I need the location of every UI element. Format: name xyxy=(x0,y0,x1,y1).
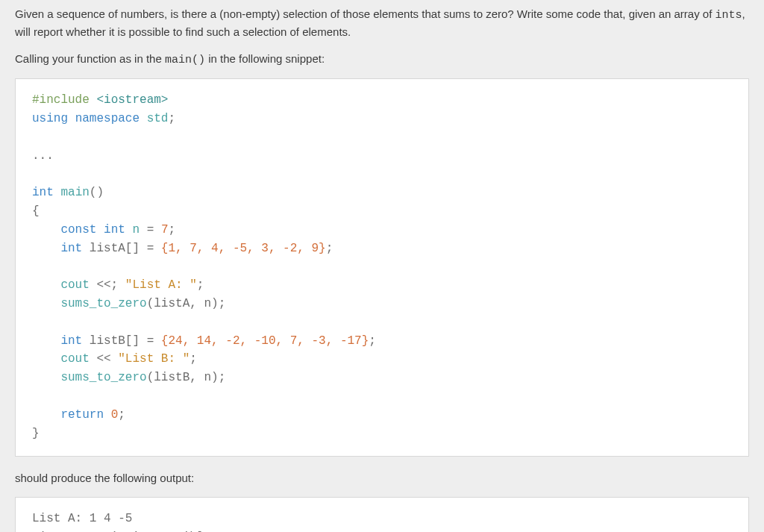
question-body: Given a sequence of numbers, is there a … xyxy=(0,0,764,532)
code-strB: "List B: " xyxy=(118,352,190,366)
code-std: std xyxy=(147,112,169,125)
code-sums-2: sums_to_zero xyxy=(60,371,146,384)
code-listB-name: listB xyxy=(90,334,125,348)
code-listA-vals: {1, 7, 4, -5, 3, -2, 9} xyxy=(161,242,326,255)
code-snippet: #include <iostream> using namespace std;… xyxy=(15,78,749,457)
code-semi-4: ; xyxy=(197,278,204,292)
code-semi-5: ; xyxy=(219,297,226,310)
code-listA-name: listA xyxy=(90,242,125,255)
code-ellipsis: ... xyxy=(32,149,54,163)
code-int-4: int xyxy=(60,334,82,348)
code-callB: (listB, n) xyxy=(147,371,219,384)
code-semi-6: ; xyxy=(369,334,376,348)
code-strA: "List A: " xyxy=(125,278,197,292)
output-block: List A: 1 4 -5 List B: It isn't possible… xyxy=(15,497,749,532)
code-main-parens: () xyxy=(90,186,104,199)
code-return: return xyxy=(60,408,104,422)
code-lshift-1: <<; xyxy=(90,278,125,292)
code-lshift-2: << xyxy=(90,352,118,366)
code-lbrace: { xyxy=(32,204,40,218)
code-eq-3: = xyxy=(140,334,161,348)
intro-text-1: Given a sequence of numbers, is there a … xyxy=(15,7,716,20)
code-int-1: int xyxy=(32,186,54,199)
intro-paragraph: Given a sequence of numbers, is there a … xyxy=(15,6,749,40)
code-rbrace: } xyxy=(32,427,40,440)
code-const: const xyxy=(60,223,96,237)
code-semi-9: ; xyxy=(118,408,125,422)
output-line-1: List A: 1 4 -5 xyxy=(32,512,132,525)
code-listA-brackets: [] xyxy=(125,242,140,255)
inline-code-ints: ints xyxy=(716,9,742,22)
code-main-name: main xyxy=(60,186,89,199)
call-text-1: Calling your function as in the xyxy=(15,52,165,65)
code-n-name: n xyxy=(132,223,140,237)
outro-paragraph: should produce the following output: xyxy=(15,470,749,486)
code-callA: (listA, n) xyxy=(147,297,219,310)
inline-code-main: main() xyxy=(165,54,205,66)
code-semi-3: ; xyxy=(326,242,334,255)
code-include-hash: #include xyxy=(32,93,96,107)
code-using: using xyxy=(32,112,68,125)
code-int-3: int xyxy=(60,242,82,255)
code-semi-1: ; xyxy=(168,112,175,125)
code-eq-1: = xyxy=(140,223,161,237)
call-paragraph: Calling your function as in the main() i… xyxy=(15,51,749,69)
code-sums-1: sums_to_zero xyxy=(60,297,146,310)
code-listB-brackets: [] xyxy=(125,334,140,348)
code-semi-2: ; xyxy=(168,223,175,237)
code-listB-vals: {24, 14, -2, -10, 7, -3, -17} xyxy=(161,334,369,348)
code-eq-2: = xyxy=(140,242,161,255)
code-include-target: <iostream> xyxy=(96,93,168,107)
code-semi-7: ; xyxy=(190,352,197,366)
code-int-2: int xyxy=(104,223,125,237)
code-cout-1: cout xyxy=(60,278,89,292)
code-zero: 0 xyxy=(111,408,119,422)
call-text-2: in the following snippet: xyxy=(205,52,325,65)
code-cout-2: cout xyxy=(60,352,89,366)
code-namespace: namespace xyxy=(75,112,140,125)
code-semi-8: ; xyxy=(219,371,226,384)
